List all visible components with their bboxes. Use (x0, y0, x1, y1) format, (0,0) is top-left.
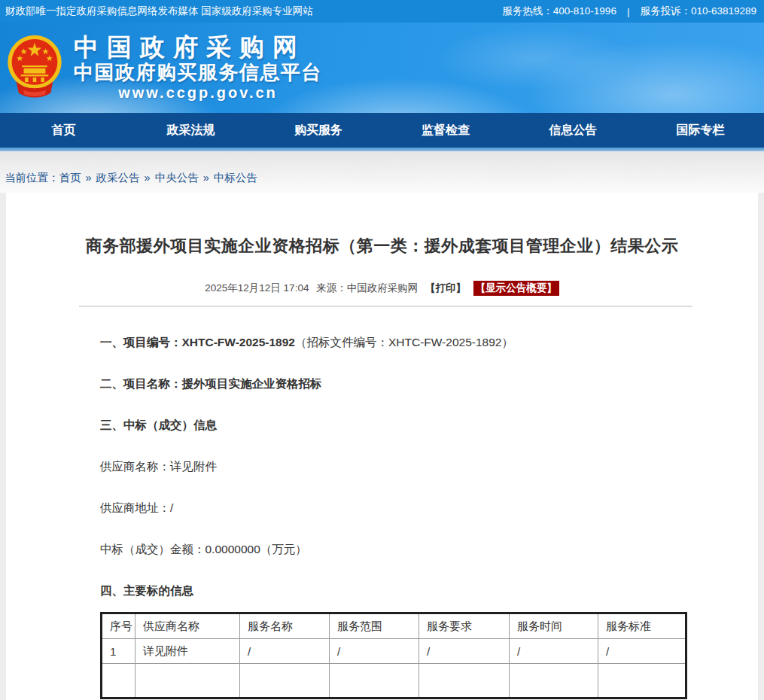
table-row (102, 664, 686, 698)
header-seq: 序号 (102, 613, 135, 639)
nav-item-international[interactable]: 国际专栏 (637, 113, 764, 148)
table-cell: / (510, 639, 598, 664)
nav-item-announcements[interactable]: 信息公告 (510, 113, 637, 148)
site-logo[interactable]: 中国政府采购网 中国政府购买服务信息平台 www.ccgp.gov.cn (0, 33, 322, 102)
service-hotline: 服务热线：400-810-1996 (502, 5, 616, 18)
main-subject-heading: 四、主要标的信息 (100, 583, 683, 598)
breadcrumb-award-notices[interactable]: 中标公告 (214, 172, 257, 184)
breadcrumb-home[interactable]: 首页 (59, 172, 81, 184)
service-complaint: 服务投诉：010-63819289 (640, 5, 756, 18)
project-name-line: 二、项目名称：援外项目实施企业资格招标 (100, 376, 683, 391)
site-name: 中国政府采购网 (74, 34, 322, 61)
award-amount-line: 中标（成交）金额：0.0000000（万元） (100, 541, 683, 557)
table-row: 1 详见附件 / / / / / (102, 639, 686, 664)
bid-info-table: 序号 供应商名称 服务名称 服务范围 服务要求 服务时间 服务标准 1 详见附件… (100, 612, 687, 699)
article-body: 一、项目编号：XHTC-FW-2025-1892（招标文件编号：XHTC-FW-… (6, 307, 758, 598)
breadcrumb: 当前位置：首页»政采公告»中央公告»中标公告 (0, 151, 764, 193)
table-cell: / (330, 639, 419, 664)
header-service-requirements: 服务要求 (419, 613, 510, 639)
award-info-heading: 三、中标（成交）信息 (100, 417, 683, 433)
table-cell (240, 664, 330, 698)
supplier-name-line: 供应商名称：详见附件 (100, 458, 683, 474)
header-service-time: 服务时间 (510, 613, 598, 639)
article-meta: 2025年12月12日 17:04 来源：中国政府采购网 【打印】 【显示公告概… (6, 281, 758, 296)
nav-item-regulations[interactable]: 政采法规 (127, 113, 254, 148)
table-cell (135, 664, 240, 698)
header-service-scope: 服务范围 (330, 613, 419, 639)
content-panel: 商务部援外项目实施企业资格招标（第一类：援外成套项目管理企业）结果公示 2025… (6, 193, 758, 700)
page-background: 商务部援外项目实施企业资格招标（第一类：援外成套项目管理企业）结果公示 2025… (0, 193, 764, 700)
publish-datetime: 2025年12月12日 17:04 (205, 282, 309, 294)
nav-item-supervision[interactable]: 监督检查 (382, 113, 510, 148)
project-number-rest: （招标文件编号：XHTC-FW-2025-1892） (295, 336, 513, 348)
table-cell (102, 664, 135, 698)
show-summary-button[interactable]: 【显示公告概要】 (473, 281, 559, 296)
logo-text-block: 中国政府采购网 中国政府购买服务信息平台 www.ccgp.gov.cn (74, 34, 322, 101)
breadcrumb-separator: » (145, 172, 151, 184)
breadcrumb-procurement-notices[interactable]: 政采公告 (96, 172, 140, 184)
national-emblem-icon (6, 33, 63, 102)
site-banner: 中国政府采购网 中国政府购买服务信息平台 www.ccgp.gov.cn (0, 23, 764, 113)
breadcrumb-separator: » (203, 172, 209, 184)
nav-item-purchase-services[interactable]: 购买服务 (254, 113, 382, 148)
site-subtitle: 中国政府购买服务信息平台 (74, 62, 322, 84)
site-url: www.ccgp.gov.cn (74, 84, 322, 102)
table-cell (330, 664, 419, 698)
table-cell (419, 664, 510, 698)
header-service-name: 服务名称 (240, 613, 330, 639)
breadcrumb-central-notices[interactable]: 中央公告 (155, 172, 199, 184)
table-cell: / (240, 639, 330, 664)
project-number-bold: 一、项目编号：XHTC-FW-2025-1892 (100, 336, 295, 348)
nav-item-home[interactable]: 首页 (0, 113, 127, 148)
topbar-divider: | (627, 6, 630, 17)
article-source: 来源：中国政府采购网 (316, 282, 418, 294)
project-number-line: 一、项目编号：XHTC-FW-2025-1892（招标文件编号：XHTC-FW-… (100, 334, 683, 350)
breadcrumb-prefix: 当前位置： (5, 172, 59, 184)
table-cell (510, 664, 598, 698)
supplier-address-line: 供应商地址：/ (100, 500, 683, 516)
print-button[interactable]: 【打印】 (425, 282, 466, 294)
main-nav: 首页 政采法规 购买服务 监督检查 信息公告 国际专栏 (0, 113, 764, 148)
breadcrumb-separator: » (86, 172, 92, 184)
table-cell: 详见附件 (135, 639, 240, 664)
site-slogan: 财政部唯一指定政府采购信息网络发布媒体 国家级政府采购专业网站 (5, 5, 313, 18)
table-cell: / (419, 639, 510, 664)
header-supplier-name: 供应商名称 (135, 613, 240, 639)
top-utility-bar: 财政部唯一指定政府采购信息网络发布媒体 国家级政府采购专业网站 服务热线：400… (0, 0, 764, 23)
table-cell: 1 (102, 639, 135, 664)
header-service-standard: 服务标准 (598, 613, 686, 639)
table-cell: / (598, 639, 686, 664)
page-title: 商务部援外项目实施企业资格招标（第一类：援外成套项目管理企业）结果公示 (6, 235, 758, 257)
table-cell (598, 664, 686, 698)
table-header-row: 序号 供应商名称 服务名称 服务范围 服务要求 服务时间 服务标准 (102, 613, 686, 639)
